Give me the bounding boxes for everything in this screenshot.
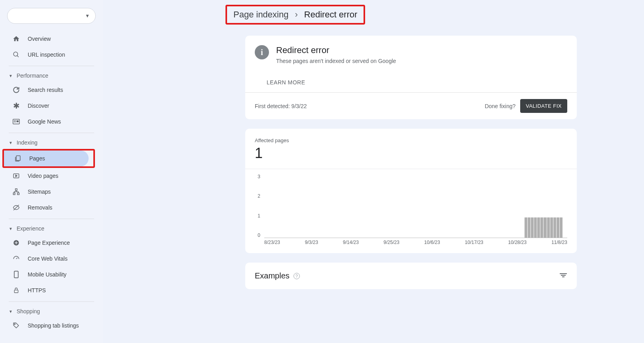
bar [528, 217, 530, 238]
affected-pages-card: Affected pages 1 3 2 1 0 [245, 129, 577, 253]
affected-pages-label: Affected pages [245, 129, 577, 143]
bar [550, 217, 553, 238]
chart-plot-area [264, 176, 567, 238]
bar [537, 217, 540, 238]
x-tick: 10/6/23 [424, 240, 440, 245]
status-card: i Redirect error These pages aren't inde… [245, 36, 577, 119]
main-content: Page indexing › Redirect error i Redirec… [103, 0, 644, 343]
done-fixing-label: Done fixing? [485, 103, 515, 109]
y-tick: 1 [255, 213, 260, 219]
y-tick: 0 [255, 232, 260, 238]
x-tick: 10/28/23 [508, 240, 527, 245]
bar [544, 217, 546, 238]
help-icon[interactable]: ? [294, 273, 300, 279]
filter-icon[interactable] [559, 273, 567, 279]
examples-card: Examples ? [245, 263, 577, 289]
chart-y-axis: 3 2 1 0 [255, 174, 260, 238]
status-title: Redirect error [276, 45, 396, 55]
info-icon: i [255, 45, 269, 59]
bar [560, 217, 563, 238]
examples-title: Examples [255, 271, 290, 280]
bar [534, 217, 537, 238]
affected-pages-count: 1 [245, 143, 577, 169]
affected-pages-chart: 3 2 1 0 [245, 169, 577, 253]
learn-more-link[interactable]: LEARN MORE [245, 72, 305, 86]
bar [557, 217, 559, 238]
chart-x-axis: 8/23/23 9/3/23 9/14/23 9/25/23 10/6/23 1… [264, 240, 567, 245]
x-tick: 11/8/23 [551, 240, 567, 245]
y-tick: 2 [255, 193, 260, 199]
status-subtitle: These pages aren't indexed or served on … [276, 58, 396, 64]
chart-bars [525, 217, 563, 238]
x-tick: 10/17/23 [465, 240, 483, 245]
bar [540, 217, 543, 238]
x-tick: 8/23/23 [264, 240, 280, 245]
x-tick: 9/25/23 [384, 240, 400, 245]
bar [547, 217, 550, 238]
bar [525, 217, 527, 238]
x-tick: 9/3/23 [305, 240, 318, 245]
validate-fix-button[interactable]: VALIDATE FIX [520, 99, 567, 113]
y-tick: 3 [255, 174, 260, 179]
x-tick: 9/14/23 [343, 240, 359, 245]
bar [531, 217, 534, 238]
first-detected-label: First detected: 9/3/22 [255, 103, 307, 109]
